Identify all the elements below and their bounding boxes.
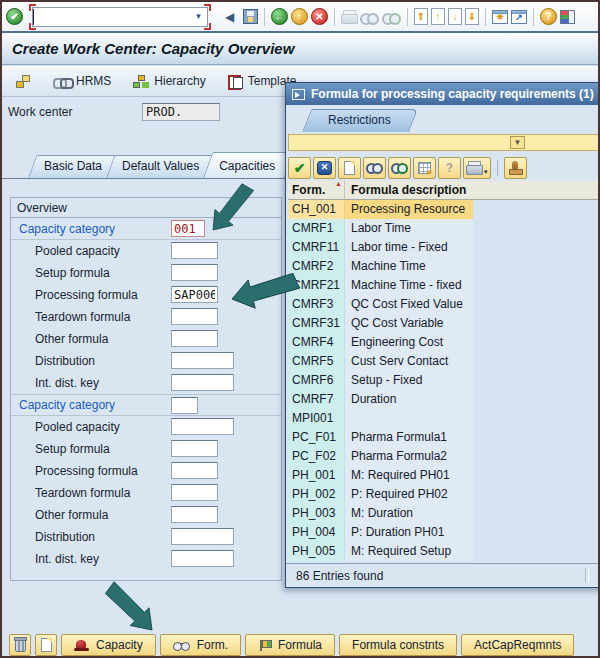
work-center-row: Work center	[8, 103, 220, 121]
create-entry-button[interactable]	[338, 157, 361, 179]
formula-row-ph-001[interactable]: PH_001M: Required PH01	[288, 466, 600, 485]
formula-row-cmrf6[interactable]: CMRF6Setup - Fixed	[288, 371, 600, 390]
formula-row-pc-f02[interactable]: PC_F02Pharma Formula2	[288, 447, 600, 466]
formula-row-pc-f01[interactable]: PC_F01Pharma Formula1	[288, 428, 600, 447]
field-distribution[interactable]	[171, 352, 234, 369]
close-button[interactable]: ✕	[313, 157, 336, 179]
cell-description: Engineering Cost	[345, 333, 473, 352]
hierarchy-up-button[interactable]	[10, 72, 37, 91]
tab-label: Default Values	[122, 159, 199, 173]
formula-constants-button[interactable]: Formula constnts	[339, 634, 457, 656]
print-icon[interactable]	[341, 10, 357, 23]
hierarchy-button[interactable]: Hierarchy	[127, 71, 211, 91]
field-distribution-2[interactable]	[171, 528, 234, 545]
save-icon[interactable]	[243, 9, 258, 24]
help-icon[interactable]: ?	[540, 8, 557, 25]
field-setup-formula[interactable]	[171, 264, 218, 281]
field-teardown-formula-2[interactable]	[171, 484, 218, 501]
tab-capacities[interactable]: Capacities	[203, 152, 285, 178]
find-next-button[interactable]	[388, 157, 411, 179]
cell-form: CMRF31	[288, 314, 345, 333]
personal-value-list-button[interactable]	[504, 157, 527, 179]
field-processing-formula[interactable]	[171, 286, 218, 303]
find-next-icon	[391, 162, 408, 173]
formula-row-cmrf11[interactable]: CMRF11Labor time - Fixed	[288, 238, 600, 257]
shortcut-icon[interactable]: ↗	[511, 10, 527, 24]
help-button[interactable]: ?	[438, 157, 461, 179]
hierarchy-icon	[133, 75, 148, 88]
field-pooled-capacity[interactable]	[171, 242, 218, 259]
next-page-icon[interactable]: ↓	[448, 8, 462, 25]
field-processing-formula-2[interactable]	[171, 462, 218, 479]
field-capacity-category-2[interactable]	[171, 397, 198, 414]
find-button[interactable]	[363, 157, 386, 179]
formula-row-ch-001[interactable]: CH_001Processing Resource	[288, 200, 600, 219]
hrms-button[interactable]: HRMS	[47, 71, 117, 91]
formula-row-cmrf1[interactable]: CMRF1Labor Time	[288, 219, 600, 238]
act-cap-reqmnts-button[interactable]: ActCapReqmnts	[461, 634, 574, 656]
column-form[interactable]: Form. ▲	[288, 181, 345, 199]
print-button[interactable]: ▾	[463, 157, 491, 179]
cancel-icon[interactable]: ✕	[311, 8, 328, 25]
first-page-icon[interactable]: ⇑	[414, 8, 428, 25]
collapse-icon[interactable]: ◀	[219, 6, 240, 27]
formula-row-cmrf4[interactable]: CMRF4Engineering Cost	[288, 333, 600, 352]
cell-description: Machine Time - fixed	[345, 276, 473, 295]
previous-page-icon[interactable]: ↑	[431, 8, 445, 25]
formula-row-ph-003[interactable]: PH_003M: Duration	[288, 504, 600, 523]
field-pooled-capacity-2[interactable]	[171, 418, 234, 435]
cell-description: Pharma Formula2	[345, 447, 473, 466]
formula-row-cmrf31[interactable]: CMRF31QC Cost Variable	[288, 314, 600, 333]
enter-icon[interactable]: ✔	[6, 8, 23, 25]
column-formula-description[interactable]: Formula description	[345, 181, 600, 199]
form-button[interactable]: Form.	[160, 634, 241, 656]
new-document-icon	[41, 638, 52, 652]
new-session-icon[interactable]: ✳	[492, 10, 508, 24]
field-other-formula[interactable]	[171, 330, 218, 347]
formula-row-ph-005[interactable]: PH_005M: Required Setup	[288, 542, 600, 561]
field-capacity-category[interactable]	[171, 220, 205, 237]
label-processing-formula-2: Processing formula	[11, 464, 138, 478]
dialog-titlebar[interactable]: Formula for processing capacity requirem…	[286, 83, 600, 105]
dialog-toolbar: ✔✕★?▾	[288, 155, 527, 180]
formula-row-cmrf5[interactable]: CMRF5Cust Serv Contact	[288, 352, 600, 371]
work-center-field[interactable]	[142, 103, 220, 121]
formula-row-cmrf3[interactable]: CMRF3QC Cost Fixed Value	[288, 295, 600, 314]
field-other-formula-2[interactable]	[171, 506, 218, 523]
formula-row-ph-004[interactable]: PH_004P: Duration PH01	[288, 523, 600, 542]
filter-icon[interactable]: ▼	[510, 136, 525, 149]
formula-row-mpi001[interactable]: MPI001	[288, 409, 600, 428]
formula-row-cmrf2[interactable]: CMRF2Machine Time	[288, 257, 600, 276]
tab-basic-data[interactable]: Basic Data	[28, 155, 112, 178]
tab-default-values[interactable]: Default Values	[106, 155, 209, 178]
capacity-button[interactable]: Capacity	[61, 634, 156, 656]
formula-row-cmrf7[interactable]: CMRF7Duration	[288, 390, 600, 409]
cell-form: CH_001	[288, 200, 345, 219]
field-int-dist-key-2[interactable]	[171, 550, 234, 567]
field-setup-formula-2[interactable]	[171, 440, 218, 457]
exit-icon[interactable]: ↑	[291, 8, 308, 25]
formula-button[interactable]: Formula	[245, 634, 335, 656]
cell-form: CMRF7	[288, 390, 345, 409]
field-row: Pooled capacity	[11, 416, 281, 438]
delete-button[interactable]	[9, 634, 31, 656]
field-int-dist-key[interactable]	[171, 374, 234, 391]
tab-restrictions[interactable]: Restrictions	[302, 109, 409, 132]
find-icon[interactable]	[360, 11, 379, 23]
back-icon[interactable]: ←	[271, 8, 288, 25]
find-next-icon[interactable]	[382, 11, 401, 23]
label-distribution-2: Distribution	[11, 530, 95, 544]
last-page-icon[interactable]: ⇓	[465, 8, 479, 25]
formula-row-cmrf21[interactable]: CMRF21Machine Time - fixed	[288, 276, 600, 295]
overview-group: Overview Capacity categoryPooled capacit…	[10, 197, 282, 581]
multiple-selection-button[interactable]: ★	[413, 157, 436, 179]
field-teardown-formula[interactable]	[171, 308, 218, 325]
formula-row-ph-002[interactable]: PH_002P: Required PH02	[288, 485, 600, 504]
field-row: Pooled capacity	[11, 240, 281, 262]
create-button[interactable]	[35, 634, 57, 656]
template-icon	[228, 75, 242, 88]
command-input[interactable]	[33, 9, 190, 25]
command-field[interactable]: ▼	[32, 7, 208, 27]
confirm-button[interactable]: ✔	[288, 157, 311, 179]
customize-icon[interactable]	[560, 10, 575, 24]
